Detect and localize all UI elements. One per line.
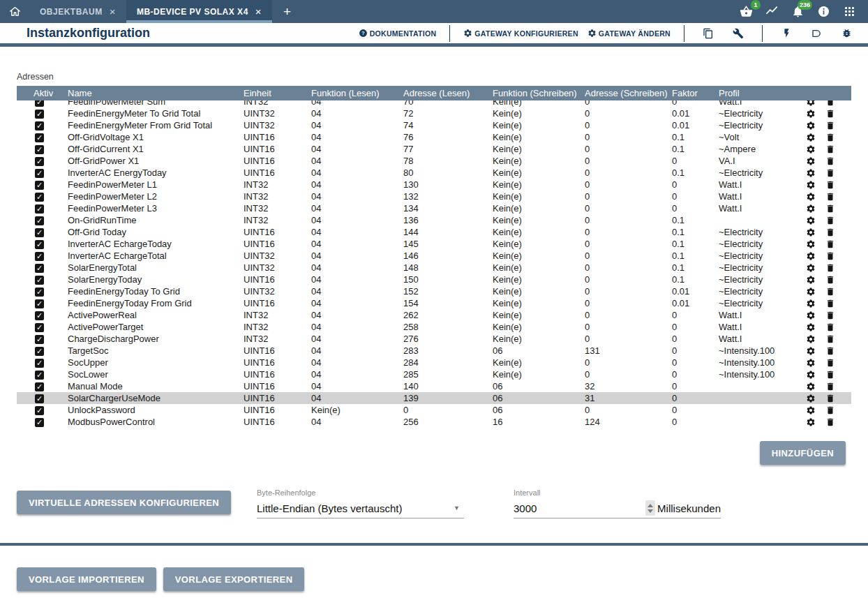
row-settings-button[interactable] xyxy=(806,100,816,107)
row-delete-button[interactable] xyxy=(825,239,835,249)
row-active-checkbox[interactable]: ✓ xyxy=(35,311,44,320)
table-row[interactable]: ✓ FeedinPowerMeter L1 INT32 04 130 Kein(… xyxy=(17,179,851,191)
row-active-checkbox[interactable]: ✓ xyxy=(35,110,44,119)
row-delete-button[interactable] xyxy=(825,370,835,380)
table-row[interactable]: ✓ SolarChargerUseMode UINT16 04 139 06 3… xyxy=(17,392,851,404)
table-row[interactable]: ✓ On-GridRunTime INT32 04 136 Kein(e) 0 … xyxy=(17,214,851,226)
row-delete-button[interactable] xyxy=(825,100,835,107)
row-active-checkbox[interactable]: ✓ xyxy=(35,299,44,308)
table-row[interactable]: ✓ FeedinPowerMeter L3 INT32 04 134 Kein(… xyxy=(17,202,851,214)
row-delete-button[interactable] xyxy=(825,156,835,166)
close-icon[interactable]: × xyxy=(110,6,116,17)
new-tab-button[interactable]: + xyxy=(272,0,302,23)
row-settings-button[interactable] xyxy=(806,405,816,415)
row-delete-button[interactable] xyxy=(825,322,835,332)
gateway-change-link[interactable]: GATEWAY ÄNDERN xyxy=(588,29,671,38)
row-delete-button[interactable] xyxy=(825,263,835,273)
row-delete-button[interactable] xyxy=(825,180,835,190)
row-settings-button[interactable] xyxy=(806,275,816,285)
row-active-checkbox[interactable]: ✓ xyxy=(35,347,44,356)
tools-button[interactable] xyxy=(728,28,749,39)
row-settings-button[interactable] xyxy=(806,251,816,261)
row-active-checkbox[interactable]: ✓ xyxy=(35,181,44,190)
table-row[interactable]: ✓ InverterAC EchargeTotal UINT32 04 146 … xyxy=(17,250,851,262)
row-delete-button[interactable] xyxy=(825,334,835,344)
row-active-checkbox[interactable]: ✓ xyxy=(35,418,44,427)
row-settings-button[interactable] xyxy=(806,227,816,237)
row-active-checkbox[interactable]: ✓ xyxy=(35,216,44,225)
home-button[interactable] xyxy=(0,0,29,23)
table-row[interactable]: ✓ ChargeDischargPower INT32 04 276 Kein(… xyxy=(17,333,851,345)
row-settings-button[interactable] xyxy=(806,180,816,190)
apps-button[interactable] xyxy=(841,4,857,20)
row-settings-button[interactable] xyxy=(806,311,816,320)
row-settings-button[interactable] xyxy=(806,299,816,308)
notifications-button[interactable]: 236 xyxy=(790,4,805,20)
table-row[interactable]: ✓ SolarEnergyToday UINT16 04 150 Kein(e)… xyxy=(17,274,851,285)
stepper-down-icon[interactable] xyxy=(648,509,653,513)
power-button[interactable] xyxy=(776,28,797,38)
row-settings-button[interactable] xyxy=(806,334,816,344)
table-row[interactable]: ✓ InverterAC EchargeToday UINT16 04 145 … xyxy=(17,238,851,250)
documentation-link[interactable]: DOKUMENTATION xyxy=(359,29,437,38)
row-delete-button[interactable] xyxy=(825,121,835,130)
row-active-checkbox[interactable]: ✓ xyxy=(35,394,44,403)
table-row[interactable]: ✓ InverterAC EnergyToday UINT16 04 80 Ke… xyxy=(17,167,851,179)
table-row[interactable]: ✓ ActivePowerTarget INT32 04 258 Kein(e)… xyxy=(17,321,851,333)
row-settings-button[interactable] xyxy=(806,121,816,130)
row-delete-button[interactable] xyxy=(825,204,835,214)
row-settings-button[interactable] xyxy=(806,239,816,249)
row-active-checkbox[interactable]: ✓ xyxy=(35,371,44,380)
row-settings-button[interactable] xyxy=(806,370,816,380)
row-settings-button[interactable] xyxy=(806,168,816,178)
row-settings-button[interactable] xyxy=(806,109,816,119)
row-delete-button[interactable] xyxy=(825,109,835,119)
add-button[interactable]: HINZUFÜGEN xyxy=(760,441,846,465)
table-row[interactable]: ✓ Off-Grid Today UINT16 04 144 Kein(e) 0… xyxy=(17,226,851,238)
table-row[interactable]: ✓ SocLower UINT16 04 285 Kein(e) 0 0 ~In… xyxy=(17,368,851,380)
row-settings-button[interactable] xyxy=(806,358,816,368)
row-active-checkbox[interactable]: ✓ xyxy=(35,406,44,415)
row-active-checkbox[interactable]: ✓ xyxy=(35,204,44,214)
trend-button[interactable] xyxy=(764,4,779,20)
table-row[interactable]: ✓ Off-GridPower X1 UINT16 04 78 Kein(e) … xyxy=(17,155,851,167)
table-row[interactable]: ✓ FeedinEnergyToday To Grid UINT32 04 15… xyxy=(17,285,851,297)
template-export-button[interactable]: VORLAGE EXPORTIEREN xyxy=(163,567,305,591)
row-delete-button[interactable] xyxy=(825,311,835,320)
row-active-checkbox[interactable]: ✓ xyxy=(35,169,44,178)
row-active-checkbox[interactable]: ✓ xyxy=(35,228,44,237)
table-row[interactable]: ✓ Off-GridCurrent X1 UINT16 04 77 Kein(e… xyxy=(17,143,851,155)
number-stepper[interactable] xyxy=(645,500,655,516)
row-delete-button[interactable] xyxy=(825,275,835,285)
row-settings-button[interactable] xyxy=(806,382,816,391)
row-settings-button[interactable] xyxy=(806,133,816,142)
tab-objektbaum[interactable]: OBJEKTBAUM × xyxy=(29,0,126,23)
table-row[interactable]: ✓ FeedinEnergyMeter From Grid Total UINT… xyxy=(17,119,851,131)
table-row[interactable]: ✓ SolarEnergyTotal UINT32 04 148 Kein(e)… xyxy=(17,262,851,274)
row-delete-button[interactable] xyxy=(825,382,835,391)
row-settings-button[interactable] xyxy=(806,263,816,273)
tab-mb-device[interactable]: MB-DEVICE PV SOLAX X4 × xyxy=(126,0,272,23)
row-delete-button[interactable] xyxy=(825,168,835,178)
row-settings-button[interactable] xyxy=(806,287,816,297)
row-delete-button[interactable] xyxy=(825,133,835,142)
row-delete-button[interactable] xyxy=(825,144,835,154)
row-settings-button[interactable] xyxy=(806,394,816,403)
row-active-checkbox[interactable]: ✓ xyxy=(35,335,44,344)
copy-button[interactable] xyxy=(698,28,719,39)
row-delete-button[interactable] xyxy=(825,287,835,297)
table-row[interactable]: ✓ ModbusPowerControl UINT16 04 256 16 12… xyxy=(17,416,851,428)
row-active-checkbox[interactable]: ✓ xyxy=(35,264,44,273)
row-active-checkbox[interactable]: ✓ xyxy=(35,240,44,249)
row-active-checkbox[interactable]: ✓ xyxy=(35,157,44,166)
row-settings-button[interactable] xyxy=(806,156,816,166)
row-active-checkbox[interactable]: ✓ xyxy=(35,121,44,130)
row-active-checkbox[interactable]: ✓ xyxy=(35,323,44,332)
table-row[interactable]: ✓ Off-GridVoltage X1 UINT16 04 76 Kein(e… xyxy=(17,131,851,143)
row-delete-button[interactable] xyxy=(825,394,835,403)
debug-button[interactable] xyxy=(836,28,857,38)
table-row[interactable]: ✓ FeedinPowerMeter Sum INT32 04 70 Kein(… xyxy=(17,100,851,107)
template-import-button[interactable]: VORLAGE IMPORTIEREN xyxy=(17,567,156,591)
row-delete-button[interactable] xyxy=(825,358,835,368)
table-row[interactable]: ✓ UnlockPassword UINT16 Kein(e) 0 06 0 0 xyxy=(17,404,851,416)
